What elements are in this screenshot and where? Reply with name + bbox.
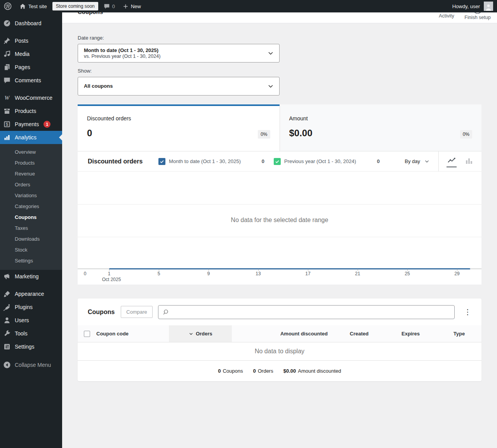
column-header-created[interactable]: Created <box>334 325 384 342</box>
submenu-item-taxes[interactable]: Taxes <box>0 223 62 234</box>
new-menu[interactable]: New <box>119 0 145 12</box>
summary-orders: 0Orders <box>253 368 273 374</box>
submenu-item-downloads[interactable]: Downloads <box>0 234 62 245</box>
chart-plot-area: No data for the selected date range <box>78 171 481 269</box>
sidebar-item-marketing[interactable]: Marketing <box>0 270 62 283</box>
line-chart-button[interactable] <box>447 156 457 167</box>
user-icon <box>3 316 11 324</box>
search-box[interactable] <box>158 305 455 319</box>
table-card-header: Coupons Compare ⋮ <box>78 299 481 325</box>
sidebar-item-tools[interactable]: Tools <box>0 327 62 340</box>
sidebar-item-comments[interactable]: Comments <box>0 74 62 87</box>
tile-discounted-orders[interactable]: Discounted orders 0 0% <box>78 104 280 151</box>
chevron-down-icon <box>267 50 274 57</box>
x-axis-month-label: Oct 2025 <box>102 277 121 282</box>
column-header-coupon-code[interactable]: Coupon code <box>96 325 169 342</box>
sidebar-item-users[interactable]: Users <box>0 314 62 327</box>
chart-legend: Month to date (Oct 1 - 30, 2025) 0 Previ… <box>158 151 401 171</box>
compare-button[interactable]: Compare <box>121 306 152 318</box>
chart-title: Discounted orders <box>78 151 158 171</box>
table-empty-message: No data to display <box>78 342 481 361</box>
sidebar-item-pages[interactable]: Pages <box>0 61 62 74</box>
brush-icon <box>3 290 11 298</box>
submenu-item-products[interactable]: Products <box>0 158 62 168</box>
show-select[interactable]: All coupons <box>78 77 280 96</box>
submenu-item-orders[interactable]: Orders <box>0 179 62 190</box>
comments-menu[interactable]: 0 <box>100 0 119 12</box>
main-content: Coupons Activity Finish setup Date range… <box>62 0 497 381</box>
legend-previous-period[interactable]: Previous year (Oct 1 - 30, 2024) 0 <box>274 158 389 165</box>
checkbox-checked-icon[interactable] <box>158 158 165 165</box>
submenu-item-revenue[interactable]: Revenue <box>0 168 62 179</box>
submenu-item-stock[interactable]: Stock <box>0 245 62 255</box>
pages-icon <box>3 63 11 71</box>
comments-icon <box>3 76 11 84</box>
x-tick: 29 <box>454 271 459 276</box>
summary-coupons: 0Coupons <box>218 368 243 374</box>
sidebar-item-payments[interactable]: $ Payments 1 <box>0 118 62 131</box>
column-header-orders[interactable]: Orders <box>169 325 232 342</box>
bar-chart-icon <box>465 157 473 164</box>
column-header-amount-discounted[interactable]: Amount discounted <box>232 325 334 342</box>
summary-amount-discounted: $0.00Amount discounted <box>283 368 341 374</box>
analytics-submenu: Overview Products Revenue Orders Variati… <box>0 144 62 270</box>
submenu-item-variations[interactable]: Variations <box>0 190 62 201</box>
svg-text:W: W <box>4 95 10 101</box>
date-range-select[interactable]: Month to date (Oct 1 - 30, 2025) vs. Pre… <box>78 44 280 63</box>
submenu-item-coupons[interactable]: Coupons <box>0 212 62 223</box>
sidebar-item-products[interactable]: Products <box>0 104 62 118</box>
site-name: Test site <box>28 3 47 9</box>
woocommerce-icon: W <box>3 94 11 102</box>
chevron-down-icon <box>267 83 274 90</box>
dashboard-icon <box>3 19 11 27</box>
interval-select[interactable]: By day <box>401 151 438 171</box>
sidebar-item-posts[interactable]: Posts <box>0 34 62 47</box>
collapse-menu-button[interactable]: Collapse Menu <box>0 358 62 372</box>
site-menu[interactable]: Test site <box>16 0 51 12</box>
coupons-table-card: Coupons Compare ⋮ Coupon code Orders Amo… <box>78 299 481 381</box>
search-input[interactable] <box>172 309 450 315</box>
sidebar-item-woocommerce[interactable]: W WooCommerce <box>0 91 62 104</box>
chevron-down-icon <box>424 158 430 164</box>
summary-tiles: Discounted orders 0 0% Amount $0.00 0% <box>78 104 481 151</box>
submenu-item-overview[interactable]: Overview <box>0 147 62 158</box>
column-header-expires[interactable]: Expires <box>384 325 437 342</box>
column-header-type[interactable]: Type <box>437 325 481 342</box>
plus-icon <box>123 3 129 9</box>
sidebar-item-settings[interactable]: Settings <box>0 340 62 353</box>
submenu-item-categories[interactable]: Categories <box>0 201 62 212</box>
checkbox-checked-icon[interactable] <box>274 158 281 165</box>
analytics-icon <box>3 134 11 141</box>
date-range-label: Date range: <box>78 35 481 41</box>
x-tick: 1 <box>108 271 111 276</box>
legend-current-period[interactable]: Month to date (Oct 1 - 30, 2025) 0 <box>158 158 274 165</box>
sidebar-item-media[interactable]: Media <box>0 47 62 61</box>
sidebar-item-analytics[interactable]: Analytics <box>0 131 62 144</box>
wordpress-logo-icon[interactable] <box>0 0 16 12</box>
select-all-checkbox-cell <box>78 325 96 342</box>
delta-badge: 0% <box>460 130 472 139</box>
sort-descending-icon <box>188 331 194 337</box>
tile-amount[interactable]: Amount $0.00 0% <box>280 104 482 151</box>
zero-data-line <box>109 268 470 269</box>
sidebar-item-dashboard[interactable]: Dashboard <box>0 17 62 30</box>
admin-bar: Test site Store coming soon 0 New Howdy,… <box>0 0 497 12</box>
chart-type-toggle <box>438 151 481 171</box>
x-tick: 13 <box>255 271 261 276</box>
sidebar-item-plugins[interactable]: Plugins <box>0 300 62 314</box>
bar-chart-button[interactable] <box>464 156 474 167</box>
x-tick: 9 <box>207 271 210 276</box>
home-icon <box>19 3 26 10</box>
select-all-checkbox[interactable] <box>84 331 90 337</box>
chart-header: Discounted orders Month to date (Oct 1 -… <box>78 151 481 171</box>
sidebar: Dashboard Posts Media Pages Comments W W… <box>0 12 62 448</box>
sidebar-item-appearance[interactable]: Appearance <box>0 287 62 300</box>
howdy-text: Howdy, user <box>452 3 480 9</box>
x-tick: 5 <box>158 271 160 276</box>
svg-text:$: $ <box>6 122 8 127</box>
table-menu-button[interactable]: ⋮ <box>461 307 474 316</box>
submenu-item-settings[interactable]: Settings <box>0 255 62 266</box>
megaphone-icon <box>3 273 11 280</box>
account-menu[interactable]: Howdy, user <box>448 0 497 12</box>
comment-icon <box>104 3 110 9</box>
